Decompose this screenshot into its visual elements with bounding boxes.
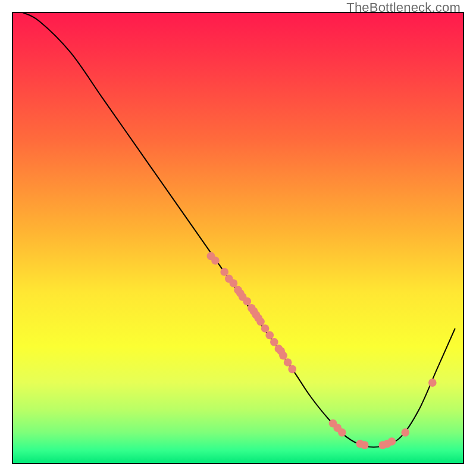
data-point — [401, 428, 409, 437]
bottleneck-curve — [21, 12, 455, 447]
data-point — [284, 358, 292, 367]
data-point — [261, 324, 270, 333]
curve-line — [21, 12, 455, 447]
data-point — [230, 279, 238, 287]
chart-container — [12, 12, 464, 464]
data-point — [256, 318, 265, 326]
data-point — [265, 331, 274, 340]
data-point — [220, 268, 228, 276]
data-point — [388, 437, 396, 446]
chart-plot-svg — [12, 12, 464, 464]
data-point — [338, 428, 346, 437]
data-points — [207, 252, 437, 449]
data-point — [428, 378, 437, 387]
data-point — [361, 441, 369, 449]
data-point — [279, 352, 287, 360]
data-point — [270, 338, 278, 346]
data-point — [243, 298, 251, 306]
data-point — [211, 256, 220, 265]
data-point — [288, 365, 296, 374]
